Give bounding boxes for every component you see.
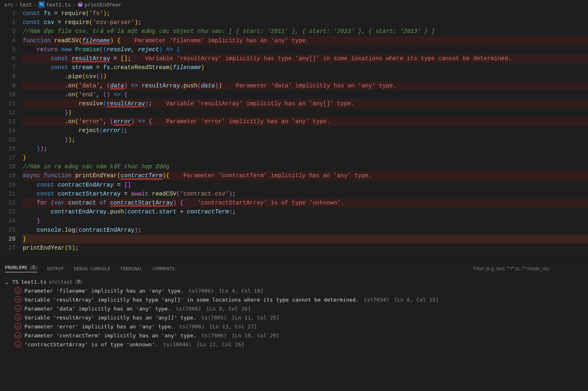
breadcrumb-item[interactable]: src xyxy=(4,2,13,8)
code-line[interactable]: }) xyxy=(23,108,588,117)
problem-code: ts(7006) xyxy=(201,332,227,339)
problems-list[interactable]: ⌄ TS test1.ts src\test 7 ✕Parameter 'fil… xyxy=(0,276,588,391)
code-line[interactable]: .on('end', () => { xyxy=(23,90,588,99)
code-line[interactable]: }); xyxy=(23,135,588,144)
problem-code: ts(7005) xyxy=(201,315,227,321)
line-number: 2 xyxy=(0,18,15,27)
line-number: 6 xyxy=(0,54,15,63)
line-number: 22 xyxy=(0,198,15,207)
problem-message: Parameter 'contractTerm' implicitly has … xyxy=(24,332,197,339)
tab-label: TERMINAL xyxy=(120,266,142,272)
line-number: 5 xyxy=(0,45,15,54)
code-line[interactable]: const resultArray = []; Variable 'result… xyxy=(23,54,588,63)
bottom-panel: PROBLEMS7OUTPUTDEBUG CONSOLETERMINALCOMM… xyxy=(0,261,588,391)
tab-badge: 7 xyxy=(30,265,37,270)
problems-file-count: 7 xyxy=(75,280,82,284)
problems-filter-input[interactable] xyxy=(473,266,583,272)
tab-label: DEBUG CONSOLE xyxy=(74,266,110,272)
line-number: 18 xyxy=(0,162,15,171)
breadcrumb: src › test › TS test1.ts › printEndYear xyxy=(0,0,588,9)
panel-tab-output[interactable]: OUTPUT xyxy=(47,266,64,272)
code-line[interactable]: function readCSV(filename) { Parameter '… xyxy=(23,36,588,45)
problem-item[interactable]: ✕Variable 'resultArray' implicitly has t… xyxy=(3,295,585,304)
code-editor[interactable]: 1234567891011121314151617181920212223242… xyxy=(0,9,588,261)
line-number: 9 xyxy=(0,81,15,90)
chevron-down-icon: ⌄ xyxy=(4,279,10,285)
problem-item[interactable]: ✕'contractStartArray' is of type 'unknow… xyxy=(3,340,585,349)
line-number: 13 xyxy=(0,117,15,126)
line-number: 3 xyxy=(0,27,15,36)
code-line[interactable]: reject(error); xyxy=(23,126,588,135)
problem-item[interactable]: ✕Parameter 'data' implicitly has an 'any… xyxy=(3,304,585,313)
line-number: 20 xyxy=(0,180,15,189)
code-line[interactable]: } xyxy=(23,216,588,225)
code-line[interactable]: const csv = require('csv-parser'); xyxy=(23,18,588,27)
panel-tab-terminal[interactable]: TERMINAL xyxy=(120,266,142,272)
error-icon: ✕ xyxy=(15,314,21,321)
tab-label: PROBLEMS xyxy=(5,265,27,270)
code-line[interactable]: } xyxy=(23,153,588,162)
line-number: 25 xyxy=(0,226,15,235)
line-number: 4 xyxy=(0,36,15,45)
problem-item[interactable]: ✕Variable 'resultArray' implicitly has a… xyxy=(3,313,585,322)
code-line[interactable]: const fs = require('fs'); xyxy=(23,9,588,18)
tab-label: OUTPUT xyxy=(47,266,64,272)
code-line[interactable]: .on('data', (data) => resultArray.push(d… xyxy=(23,81,588,90)
problem-message: Variable 'resultArray' implicitly has ty… xyxy=(24,297,359,303)
error-icon: ✕ xyxy=(15,305,21,312)
problem-message: Parameter 'data' implicitly has an 'any'… xyxy=(24,306,171,312)
line-number: 12 xyxy=(0,108,15,117)
breadcrumb-item[interactable]: test1.ts xyxy=(46,2,71,8)
code-line[interactable]: for (var contract of contractStartArray)… xyxy=(23,198,588,207)
problem-code: ts(18046) xyxy=(163,341,192,348)
typescript-file-icon: TS xyxy=(12,279,19,285)
problem-code: ts(7006) xyxy=(176,306,201,312)
code-line[interactable]: printEndYear(5); xyxy=(23,243,588,252)
chevron-right-icon: › xyxy=(72,2,76,8)
panel-tab-debug-console[interactable]: DEBUG CONSOLE xyxy=(74,266,110,272)
problem-message: 'contractStartArray' is of type 'unknown… xyxy=(24,341,158,348)
code-line[interactable]: } xyxy=(23,235,588,243)
problem-location: [Ln 19, Col 29] xyxy=(232,332,279,339)
code-line[interactable]: async function printEndYear(contractTerm… xyxy=(23,171,588,180)
error-icon: ✕ xyxy=(15,287,21,294)
line-number: 8 xyxy=(0,72,15,81)
problems-file-path: src\test xyxy=(49,279,72,285)
code-line[interactable]: const contractEndArray = [] xyxy=(23,180,588,189)
problem-item[interactable]: ✕Parameter 'error' implicitly has an 'an… xyxy=(3,322,585,331)
code-line[interactable]: //Hàm đọc file csv, trả về là một mảng c… xyxy=(23,27,588,36)
code-line[interactable]: //Hàm in ra mảng các năm kết thúc hợp đồ… xyxy=(23,162,588,171)
line-number: 24 xyxy=(0,216,15,225)
line-number: 10 xyxy=(0,90,15,99)
problem-code: ts(7006) xyxy=(179,324,205,330)
problem-location: [Ln 9, Col 26] xyxy=(206,306,251,312)
line-number: 17 xyxy=(0,153,15,162)
breadcrumb-item[interactable]: test xyxy=(20,2,32,8)
problem-location: [Ln 4, Col 18] xyxy=(219,288,264,294)
line-number: 14 xyxy=(0,126,15,135)
problem-message: Variable 'resultArray' implicitly has an… xyxy=(24,315,197,321)
problem-item[interactable]: ✕Parameter 'filename' implicitly has an … xyxy=(3,286,585,295)
code-line[interactable]: contractEndArray.push(contract.start + c… xyxy=(23,207,588,216)
problem-message: Parameter 'error' implicitly has an 'any… xyxy=(24,324,174,330)
code-line[interactable]: const contractStartArray = await readCSV… xyxy=(23,189,588,198)
code-line[interactable]: const stream = fs.createReadStream(filen… xyxy=(23,63,588,72)
panel-tab-problems[interactable]: PROBLEMS7 xyxy=(5,265,37,272)
code-line[interactable]: return new Promise((resolve, reject) => … xyxy=(23,45,588,54)
problems-file-header[interactable]: ⌄ TS test1.ts src\test 7 xyxy=(3,278,585,286)
line-number-gutter: 1234567891011121314151617181920212223242… xyxy=(0,9,23,261)
line-number: 27 xyxy=(0,243,15,252)
breadcrumb-item[interactable]: printEndYear xyxy=(85,2,121,8)
problems-file-name: test1.ts xyxy=(21,279,47,285)
code-line[interactable]: }); xyxy=(23,144,588,153)
problem-location: [Ln 11, Col 25] xyxy=(232,315,279,321)
panel-tab-comments[interactable]: COMMENTS xyxy=(153,266,175,272)
code-line[interactable]: resolve(resultArray); Variable 'resultAr… xyxy=(23,99,588,108)
problem-item[interactable]: ✕Parameter 'contractTerm' implicitly has… xyxy=(3,331,585,340)
code-line[interactable]: console.log(contractEndArray); xyxy=(23,226,588,235)
symbol-function-icon xyxy=(77,2,83,7)
code-line[interactable]: .pipe(csv()) xyxy=(23,72,588,81)
code-line[interactable]: .on('error', (error) => { Parameter 'err… xyxy=(23,117,588,126)
code-area[interactable]: const fs = require('fs');const csv = req… xyxy=(23,9,588,261)
tab-label: COMMENTS xyxy=(153,266,175,272)
